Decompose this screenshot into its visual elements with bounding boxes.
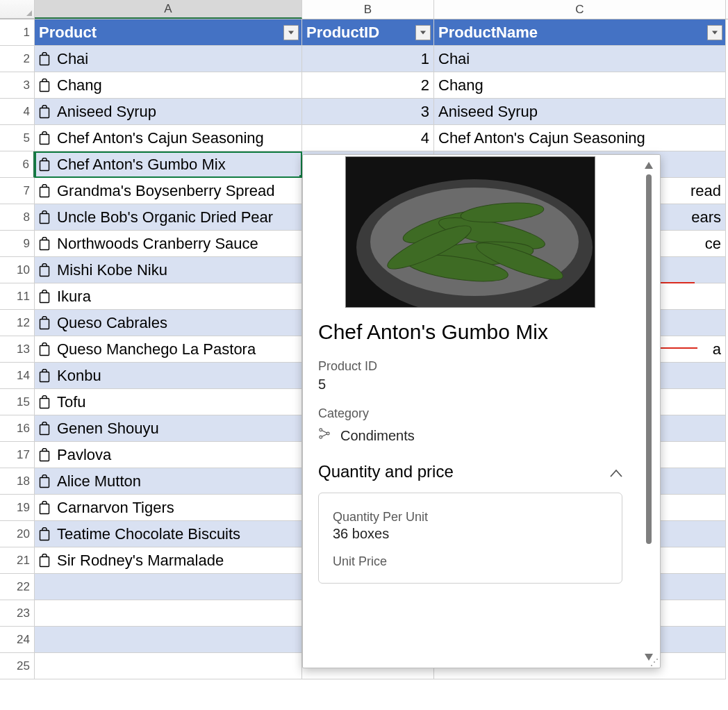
row-header[interactable]: 17 [0,442,35,468]
row-header[interactable]: 13 [0,336,35,363]
row-header[interactable]: 25 [0,653,35,679]
svg-marker-36 [645,162,653,169]
cell-product[interactable]: Grandma's Boysenberry Spread [35,178,302,204]
row-header[interactable]: 5 [0,125,35,151]
cell-product[interactable] [35,653,302,679]
cell-product[interactable]: Northwoods Cranberry Sauce [35,231,302,257]
row-header[interactable]: 16 [0,415,35,442]
cell-product[interactable]: Teatime Chocolate Biscuits [35,521,302,547]
row-header[interactable]: 20 [0,521,35,547]
row-header[interactable]: 4 [0,99,35,125]
cell-product[interactable]: Sir Rodney's Marmalade [35,547,302,574]
select-all-corner[interactable] [0,0,35,19]
row-header[interactable]: 6 [0,151,35,178]
cell-productname[interactable]: Chef Anton's Cajun Seasoning [434,125,726,151]
row-headers: 1234567891011121314151617181920212223242… [0,19,35,679]
scroll-down-icon[interactable] [643,651,655,663]
svg-rect-22 [40,556,49,566]
filter-button-productname[interactable] [707,25,722,40]
linked-entity-icon [318,426,331,444]
svg-rect-13 [40,319,49,329]
row-header[interactable]: 19 [0,495,35,521]
card-category-value[interactable]: Condiments [340,428,415,444]
cell-product[interactable]: Mishi Kobe Niku [35,257,302,283]
row-header[interactable]: 24 [0,627,35,653]
data-type-icon [39,237,51,251]
row-header[interactable]: 12 [0,310,35,336]
cell-product-text: Genen Shouyu [57,420,159,438]
cell-product[interactable]: Chang [35,72,302,99]
col-header-c[interactable]: C [434,0,726,19]
row-header[interactable]: 1 [0,19,35,46]
row-header[interactable]: 15 [0,389,35,415]
cell-product[interactable]: Aniseed Syrup [35,99,302,125]
col-header-b[interactable]: B [302,0,434,19]
cell-product-text: Teatime Chocolate Biscuits [57,525,240,543]
svg-marker-37 [645,654,653,661]
svg-rect-19 [40,477,49,487]
svg-rect-9 [40,213,49,223]
cell-product[interactable]: Chai [35,46,302,72]
header-productname-label: ProductName [438,24,538,42]
cell-productname[interactable]: Chai [434,46,726,72]
cell-product[interactable]: Queso Manchego La Pastora [35,336,302,363]
cell-product[interactable]: Uncle Bob's Organic Dried Pear [35,204,302,231]
cell-product-text: Pavlova [57,446,111,464]
cell-productid[interactable]: 1 [302,46,434,72]
scroll-thumb[interactable] [646,174,652,544]
cell-product[interactable]: Alice Mutton [35,468,302,495]
cell-product[interactable]: Genen Shouyu [35,415,302,442]
cell-productid[interactable]: 3 [302,99,434,125]
row-header[interactable]: 10 [0,257,35,283]
row-header[interactable]: 3 [0,72,35,99]
data-type-icon [39,554,51,568]
cell-product[interactable] [35,574,302,600]
row-header[interactable]: 2 [0,46,35,72]
cell-product-text: Chang [57,76,102,94]
cell-productid[interactable]: 2 [302,72,434,99]
card-productid-label: Product ID [318,359,622,374]
svg-rect-10 [40,240,49,249]
filter-button-productid[interactable] [415,25,431,40]
row-header[interactable]: 11 [0,283,35,310]
data-type-icon [39,448,51,462]
cell-productname[interactable]: Aniseed Syrup [434,99,726,125]
row-header[interactable]: 21 [0,547,35,574]
header-productid[interactable]: ProductID [302,19,434,46]
data-type-icon [39,527,51,541]
row-header[interactable]: 22 [0,574,35,600]
row-header[interactable]: 9 [0,231,35,257]
row-header[interactable]: 14 [0,363,35,389]
row-header[interactable]: 7 [0,178,35,204]
cell-product[interactable] [35,600,302,627]
cell-product[interactable]: Pavlova [35,442,302,468]
svg-rect-15 [40,372,49,381]
data-type-icon [39,263,51,277]
card-scrollbar[interactable] [642,159,656,663]
row-header[interactable]: 8 [0,204,35,231]
cell-product[interactable]: Konbu [35,363,302,389]
data-type-card: Chef Anton's Gumbo Mix Product ID 5 Cate… [302,154,661,668]
row-header[interactable]: 18 [0,468,35,495]
cell-product[interactable]: Queso Cabrales [35,310,302,336]
cell-product[interactable] [35,627,302,653]
header-productname[interactable]: ProductName [434,19,726,46]
cell-product-text: Chef Anton's Gumbo Mix [57,156,226,174]
row-header[interactable]: 23 [0,600,35,627]
collapse-icon[interactable] [610,462,622,481]
data-type-icon [39,158,51,172]
cell-product[interactable]: Tofu [35,389,302,415]
cell-product[interactable]: Carnarvon Tigers [35,495,302,521]
scroll-up-icon[interactable] [643,159,655,172]
cell-product[interactable]: Ikura [35,283,302,310]
cell-product[interactable]: Chef Anton's Cajun Seasoning [35,125,302,151]
header-product[interactable]: Product [35,19,302,46]
cell-product-text: Queso Manchego La Pastora [57,340,256,358]
cell-product[interactable]: Chef Anton's Gumbo Mix [35,151,302,178]
cell-product-text: Konbu [57,367,101,385]
column-headers: A B C [0,0,728,19]
col-header-a[interactable]: A [35,0,302,19]
filter-button-product[interactable] [283,25,299,40]
cell-productname[interactable]: Chang [434,72,726,99]
cell-productid[interactable]: 4 [302,125,434,151]
